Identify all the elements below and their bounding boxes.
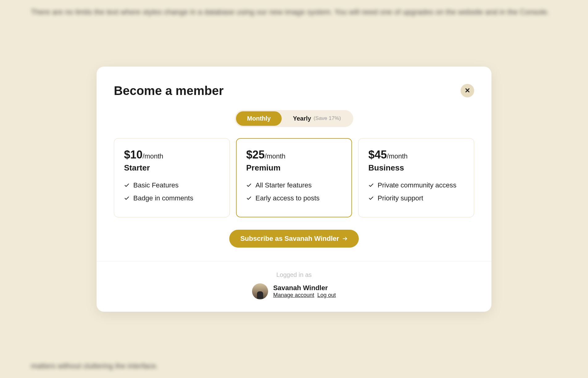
plan-feature-text: Private community access <box>378 181 457 189</box>
plan-feature-item: Badge in comments <box>124 194 220 202</box>
plan-feature-text: Priority support <box>378 194 423 202</box>
subscribe-button-label: Subscribe as Savanah Windler <box>240 235 339 243</box>
close-icon: ✕ <box>465 87 470 95</box>
membership-modal: Become a member ✕ Monthly Yearly (Save 1… <box>97 67 491 312</box>
plan-feature-item: Early access to posts <box>246 194 342 202</box>
modal-header: Become a member ✕ <box>114 84 474 98</box>
billing-yearly-label: Yearly <box>293 115 311 122</box>
plan-feature-text: All Starter features <box>255 181 312 189</box>
plan-features-list: All Starter featuresEarly access to post… <box>246 181 342 202</box>
user-details: Savanah Windler Manage account Log out <box>273 284 336 298</box>
plan-features-list: Private community accessPriority support <box>368 181 464 202</box>
logout-link[interactable]: Log out <box>317 292 336 298</box>
billing-yearly-tab[interactable]: Yearly (Save 17%) <box>282 111 352 126</box>
plans-grid: $10/monthStarterBasic FeaturesBadge in c… <box>114 138 474 217</box>
plan-period: /month <box>143 152 163 160</box>
check-icon <box>368 183 374 188</box>
plan-feature-item: All Starter features <box>246 181 342 189</box>
logged-in-label: Logged in as <box>114 271 474 278</box>
billing-monthly-tab[interactable]: Monthly <box>236 111 282 126</box>
check-icon <box>246 183 252 188</box>
user-name: Savanah Windler <box>273 284 336 292</box>
plan-feature-item: Priority support <box>368 194 464 202</box>
plan-price: $25/month <box>246 148 342 161</box>
plan-card-business[interactable]: $45/monthBusinessPrivate community acces… <box>358 138 474 217</box>
billing-monthly-label: Monthly <box>247 115 271 122</box>
backdrop-blur-text: There are no limits the text where style… <box>0 0 588 24</box>
billing-toggle: Monthly Yearly (Save 17%) <box>235 110 353 127</box>
check-icon <box>124 195 130 201</box>
plan-price-value: $25 <box>246 148 265 161</box>
check-icon <box>124 183 130 188</box>
subscribe-button[interactable]: Subscribe as Savanah Windler <box>229 230 359 248</box>
plan-price-value: $10 <box>124 148 143 161</box>
user-info: Savanah Windler Manage account Log out <box>114 283 474 299</box>
plan-period: /month <box>387 152 408 160</box>
plan-name: Business <box>368 163 464 173</box>
backdrop-blur-text-bottom: matters without cluttering the interface… <box>0 354 588 378</box>
plan-feature-text: Basic Features <box>133 181 179 189</box>
manage-account-link[interactable]: Manage account <box>273 292 314 298</box>
modal-footer: Logged in as Savanah Windler Manage acco… <box>97 261 491 299</box>
plan-price: $10/month <box>124 148 220 161</box>
arrow-right-icon <box>342 236 348 241</box>
close-button[interactable]: ✕ <box>461 84 474 97</box>
modal-title: Become a member <box>114 84 224 98</box>
plan-feature-item: Basic Features <box>124 181 220 189</box>
check-icon <box>368 195 374 201</box>
user-links: Manage account Log out <box>273 292 336 298</box>
plan-price-value: $45 <box>368 148 387 161</box>
plan-feature-item: Private community access <box>368 181 464 189</box>
plan-features-list: Basic FeaturesBadge in comments <box>124 181 220 202</box>
plan-price: $45/month <box>368 148 464 161</box>
check-icon <box>246 195 252 201</box>
avatar <box>252 283 268 299</box>
billing-savings-label: (Save 17%) <box>313 115 341 121</box>
plan-name: Premium <box>246 163 342 173</box>
plan-feature-text: Badge in comments <box>133 194 193 202</box>
plan-card-premium[interactable]: $25/monthPremiumAll Starter featuresEarl… <box>236 138 352 217</box>
plan-period: /month <box>265 152 285 160</box>
plan-name: Starter <box>124 163 220 173</box>
plan-card-starter[interactable]: $10/monthStarterBasic FeaturesBadge in c… <box>114 138 230 217</box>
plan-feature-text: Early access to posts <box>255 194 320 202</box>
